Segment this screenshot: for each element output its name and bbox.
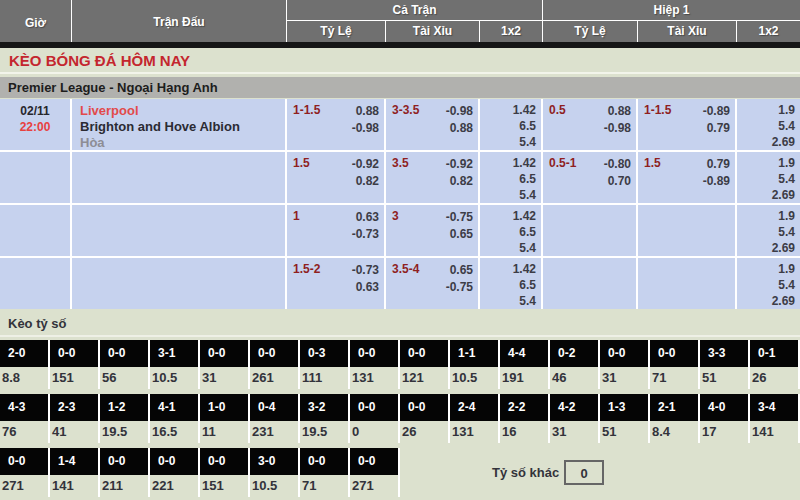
odds-value[interactable]: -0.98 xyxy=(604,120,631,137)
score-bet-option[interactable]: 2-1 8.4 xyxy=(650,394,700,443)
odds-value[interactable]: 2.69 xyxy=(737,187,795,203)
odds-value[interactable]: -0.89 xyxy=(703,103,730,120)
score-bet-option[interactable]: 0-0 151 xyxy=(200,448,250,497)
score-label[interactable]: 0-0 xyxy=(200,448,248,475)
odds-value[interactable]: 0.79 xyxy=(703,120,730,137)
score-label[interactable]: 1-4 xyxy=(50,448,98,475)
ft-overunder-cell[interactable]: 3 -0.750.65 xyxy=(386,205,480,256)
ft-handicap-cell[interactable]: 1-1.5 0.88-0.98 xyxy=(287,99,386,150)
score-bet-option[interactable]: 4-3 76 xyxy=(0,394,50,443)
score-bet-option[interactable]: 0-0 71 xyxy=(650,340,700,389)
score-bet-option[interactable]: 0-0 121 xyxy=(400,340,450,389)
h1-1x2-cell[interactable]: 1.9 5.4 2.69 xyxy=(737,258,800,309)
score-label[interactable]: 4-2 xyxy=(550,394,598,421)
other-score-input[interactable]: 0 xyxy=(564,460,604,485)
score-bet-option[interactable]: 1-2 19.5 xyxy=(100,394,150,443)
odds-value[interactable]: 2.69 xyxy=(737,134,795,150)
odds-value[interactable]: 0.63 xyxy=(352,279,379,296)
h1-handicap-cell[interactable]: 0.5 0.88-0.98 xyxy=(543,99,638,150)
score-bet-option[interactable]: 1-0 11 xyxy=(200,394,250,443)
score-bet-option[interactable]: 3-0 10.5 xyxy=(250,448,300,497)
ft-1x2-cell[interactable]: 1.42 6.5 5.4 xyxy=(480,99,543,150)
score-label[interactable]: 0-2 xyxy=(550,340,598,367)
match-teams-cell[interactable]: Liverpool Brighton and Hove Albion Hòa xyxy=(72,99,287,150)
odds-value[interactable]: -0.92 xyxy=(352,156,379,173)
odds-value[interactable]: -0.89 xyxy=(703,173,730,190)
odds-value[interactable]: 5.4 xyxy=(480,187,536,203)
score-bet-option[interactable]: 0-0 151 xyxy=(50,340,100,389)
score-bet-option[interactable]: 4-4 191 xyxy=(500,340,550,389)
score-bet-option[interactable]: 3-3 51 xyxy=(700,340,750,389)
score-bet-option[interactable]: 0-0 221 xyxy=(150,448,200,497)
score-bet-option[interactable]: 0-1 26 xyxy=(750,340,800,389)
score-label[interactable]: 1-3 xyxy=(600,394,648,421)
odds-value[interactable]: 5.4 xyxy=(737,118,795,134)
score-bet-option[interactable]: 0-4 231 xyxy=(250,394,300,443)
score-bet-option[interactable]: 4-2 31 xyxy=(550,394,600,443)
score-label[interactable]: 4-1 xyxy=(150,394,198,421)
h1-1x2-cell[interactable]: 1.9 5.4 2.69 xyxy=(737,205,800,256)
ft-overunder-cell[interactable]: 3.5 -0.920.82 xyxy=(386,152,480,203)
ft-overunder-cell[interactable]: 3.5-4 0.65-0.75 xyxy=(386,258,480,309)
score-bet-option[interactable]: 0-0 0 xyxy=(350,394,400,443)
ft-1x2-cell[interactable]: 1.42 6.5 5.4 xyxy=(480,152,543,203)
score-bet-option[interactable]: 2-4 131 xyxy=(450,394,500,443)
odds-value[interactable]: 1.42 xyxy=(480,208,536,224)
score-label[interactable]: 3-1 xyxy=(150,340,198,367)
odds-value[interactable]: 6.5 xyxy=(480,224,536,240)
score-label[interactable]: 1-1 xyxy=(450,340,498,367)
odds-value[interactable]: -0.98 xyxy=(446,103,473,120)
score-label[interactable]: 0-0 xyxy=(600,340,648,367)
score-bet-option[interactable]: 0-0 71 xyxy=(300,448,350,497)
score-label[interactable]: 4-3 xyxy=(0,394,48,421)
odds-value[interactable]: 1.9 xyxy=(737,155,795,171)
odds-value[interactable]: -0.75 xyxy=(446,209,473,226)
odds-value[interactable]: -0.73 xyxy=(352,226,379,243)
score-bet-option[interactable]: 4-1 16.5 xyxy=(150,394,200,443)
odds-value[interactable]: 1.9 xyxy=(737,208,795,224)
score-bet-option[interactable]: 0-2 46 xyxy=(550,340,600,389)
score-label[interactable]: 0-0 xyxy=(350,448,398,475)
odds-value[interactable]: 0.82 xyxy=(446,173,473,190)
score-label[interactable]: 0-0 xyxy=(150,448,198,475)
score-bet-option[interactable]: 1-4 141 xyxy=(50,448,100,497)
score-label[interactable]: 1-2 xyxy=(100,394,148,421)
score-label[interactable]: 0-0 xyxy=(300,448,348,475)
score-label[interactable]: 4-0 xyxy=(700,394,748,421)
ft-1x2-cell[interactable]: 1.42 6.5 5.4 xyxy=(480,205,543,256)
odds-value[interactable]: 5.4 xyxy=(737,277,795,293)
ft-handicap-cell[interactable]: 1.5 -0.920.82 xyxy=(287,152,386,203)
score-bet-option[interactable]: 1-1 10.5 xyxy=(450,340,500,389)
score-label[interactable]: 0-0 xyxy=(650,340,698,367)
score-bet-option[interactable]: 4-0 17 xyxy=(700,394,750,443)
odds-value[interactable]: 2.69 xyxy=(737,293,795,309)
score-label[interactable]: 4-4 xyxy=(500,340,548,367)
score-bet-option[interactable]: 3-2 19.5 xyxy=(300,394,350,443)
score-label[interactable]: 0-3 xyxy=(300,340,348,367)
score-bet-option[interactable]: 0-0 211 xyxy=(100,448,150,497)
h1-1x2-cell[interactable]: 1.9 5.4 2.69 xyxy=(737,99,800,150)
odds-value[interactable]: 0.70 xyxy=(604,173,631,190)
ft-overunder-cell[interactable]: 3-3.5 -0.980.88 xyxy=(386,99,480,150)
ft-handicap-cell[interactable]: 1.5-2 -0.730.63 xyxy=(287,258,386,309)
ft-1x2-cell[interactable]: 1.42 6.5 5.4 xyxy=(480,258,543,309)
score-label[interactable]: 2-3 xyxy=(50,394,98,421)
odds-value[interactable]: -0.80 xyxy=(604,156,631,173)
odds-value[interactable]: 5.4 xyxy=(480,134,536,150)
score-label[interactable]: 0-4 xyxy=(250,394,298,421)
odds-value[interactable]: 5.4 xyxy=(480,293,536,309)
score-bet-option[interactable]: 0-0 271 xyxy=(350,448,400,497)
odds-value[interactable]: 0.79 xyxy=(703,156,730,173)
score-label[interactable]: 0-0 xyxy=(100,340,148,367)
league-header[interactable]: Premier League - Ngoại Hạng Anh xyxy=(0,77,800,98)
score-bet-option[interactable]: 2-0 8.8 xyxy=(0,340,50,389)
odds-value[interactable]: 1.42 xyxy=(480,261,536,277)
odds-value[interactable]: 5.4 xyxy=(737,171,795,187)
score-label[interactable]: 0-1 xyxy=(750,340,798,367)
odds-value[interactable]: 0.63 xyxy=(352,209,379,226)
odds-value[interactable]: 0.88 xyxy=(352,103,379,120)
odds-value[interactable]: -0.98 xyxy=(352,120,379,137)
score-bet-option[interactable]: 2-3 41 xyxy=(50,394,100,443)
score-bet-option[interactable]: 0-0 261 xyxy=(250,340,300,389)
h1-overunder-cell[interactable]: 1.5 0.79-0.89 xyxy=(638,152,737,203)
